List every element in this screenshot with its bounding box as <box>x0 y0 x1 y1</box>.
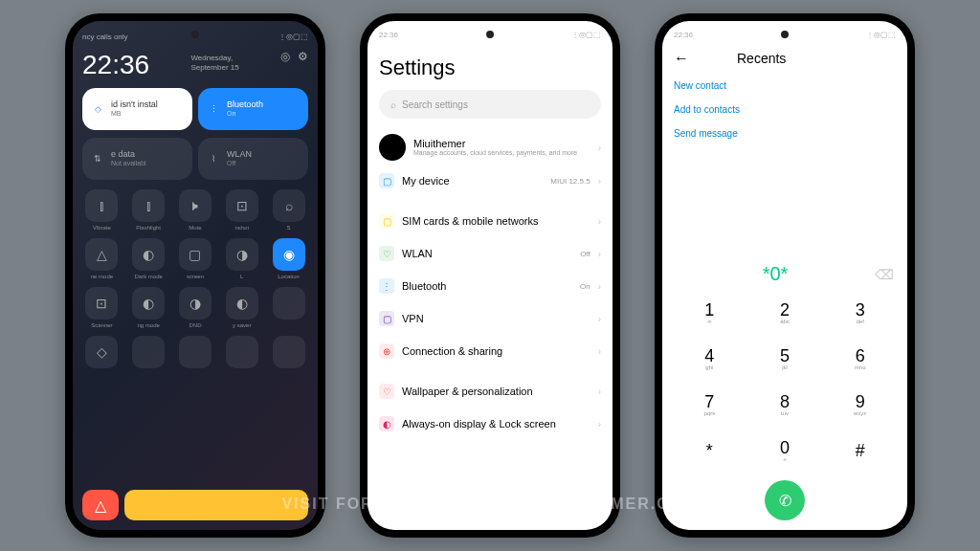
toggle-label: S <box>269 225 308 231</box>
setting-icon: ⋮ <box>379 278 394 294</box>
edit-icon[interactable]: ◎ <box>280 50 290 63</box>
setting-item[interactable]: ⊕Connection & sharing› <box>379 335 601 367</box>
toggle-17[interactable] <box>176 336 215 371</box>
wifi-icon: ⌇ <box>206 151 221 166</box>
toggle-label: Dark mode <box>129 274 168 279</box>
account-row[interactable]: Miuithemer Manage accounts, cloud servic… <box>379 130 601 165</box>
dialer-action[interactable]: Add to contacts <box>674 104 896 115</box>
toggle-14[interactable] <box>269 287 308 328</box>
toggle-screen[interactable]: ▢screen <box>176 238 215 279</box>
setting-label: Bluetooth <box>402 280 572 292</box>
toggle-label: Scanner <box>82 322 122 328</box>
status-bar: 22:36 ⋮◎▢⬚ <box>674 27 896 42</box>
search-input[interactable]: ⌕ Search settings <box>379 90 601 119</box>
toggle-icon: ◉ <box>273 238 305 271</box>
account-sub: Manage accounts, cloud services, payment… <box>413 149 590 157</box>
power-button[interactable]: △ <box>82 490 119 520</box>
status-icons: ⋮◎▢⬚ <box>278 33 308 41</box>
toggle-Location[interactable]: ◉Location <box>269 238 308 279</box>
chevron-right-icon: › <box>598 216 601 227</box>
toggle-label: Location <box>269 274 308 279</box>
key-6[interactable]: 6mno <box>822 335 898 381</box>
setting-label: My device <box>402 175 543 187</box>
toggle-S[interactable]: ⌕S <box>269 189 308 231</box>
setting-item[interactable]: ▢SIM cards & mobile networks› <box>379 205 601 237</box>
toggle-label: DND <box>176 322 215 328</box>
settings-icon[interactable]: ⚙ <box>298 50 308 63</box>
tile-mobile-data[interactable]: ⇅ e dataNot availabl <box>82 138 192 180</box>
back-button[interactable]: ← <box>674 50 689 67</box>
status-bar: ncy calls only ⋮◎▢⬚ <box>82 29 308 44</box>
setting-item[interactable]: ♡Wallpaper & personalization› <box>379 375 601 408</box>
toggle-nshot[interactable]: ⊡nshot <box>222 189 261 231</box>
toggle-label: ne mode <box>82 274 122 279</box>
toggle-Scanner[interactable]: ⊡Scanner <box>82 287 122 328</box>
toggle-Vibrate[interactable]: ⫿Vibrate <box>82 189 122 231</box>
toggle-label: nshot <box>222 225 261 231</box>
toggle-y saver[interactable]: ◐y saver <box>222 287 261 328</box>
toggle-Dark mode[interactable]: ◐Dark mode <box>129 238 168 279</box>
toggle-15[interactable]: ◇ <box>82 336 122 371</box>
toggle-label: ng mode <box>129 322 168 328</box>
toggle-L[interactable]: ◑L <box>222 238 261 279</box>
setting-value: On <box>580 282 590 291</box>
chevron-right-icon: › <box>598 346 601 357</box>
toggle-label: L <box>222 274 261 279</box>
toggle-label: screen <box>176 274 215 279</box>
chevron-right-icon: › <box>598 249 601 259</box>
key-0[interactable]: 0+ <box>747 427 823 473</box>
key-8[interactable]: 8tuv <box>747 381 823 427</box>
key-2[interactable]: 2abc <box>747 289 823 335</box>
backspace-button[interactable]: ⌫ <box>875 267 894 282</box>
key-*[interactable]: * <box>672 427 747 473</box>
toggle-18[interactable] <box>222 336 261 371</box>
toggle-icon <box>226 336 258 368</box>
key-4[interactable]: 4ghi <box>672 335 747 381</box>
bluetooth-icon: ⋮ <box>206 101 221 117</box>
tile-bluetooth[interactable]: ⋮ BluetoothOn <box>198 88 308 130</box>
setting-icon: ⊕ <box>379 343 394 359</box>
key-1[interactable]: 1∞ <box>672 289 747 335</box>
key-3[interactable]: 3def <box>822 289 898 335</box>
chevron-right-icon: › <box>598 176 601 187</box>
toggle-ne mode[interactable]: △ne mode <box>82 238 122 279</box>
key-7[interactable]: 7pqrs <box>672 381 747 427</box>
chevron-right-icon: › <box>598 386 601 397</box>
key-5[interactable]: 5jkl <box>747 335 823 381</box>
setting-item[interactable]: ⋮BluetoothOn› <box>379 270 601 302</box>
toggle-16[interactable] <box>129 336 168 371</box>
setting-icon: ▢ <box>379 213 394 229</box>
toggle-icon: ⫿ <box>132 189 165 222</box>
setting-value: Off <box>580 250 590 258</box>
water-icon: ◇ <box>90 101 105 117</box>
setting-item[interactable]: ♡WLANOff› <box>379 237 601 270</box>
phone-settings: 22:36 ⋮◎▢⬚ Settings ⌕ Search settings Mi… <box>360 13 620 538</box>
setting-label: Connection & sharing <box>402 345 583 357</box>
key-9[interactable]: 9wxyz <box>822 381 898 427</box>
toggle-icon <box>179 336 212 368</box>
toggle-19[interactable] <box>269 336 308 371</box>
brightness-button[interactable] <box>124 490 308 520</box>
phone-dialer: 22:36 ⋮◎▢⬚ ← Recents New contactAdd to c… <box>655 13 915 538</box>
toggle-icon: ◑ <box>226 238 258 271</box>
setting-item[interactable]: ▢VPN› <box>379 302 601 335</box>
dialer-action[interactable]: Send message <box>674 128 896 139</box>
setting-item[interactable]: ▢My deviceMIUI 12.5.5› <box>379 165 601 197</box>
data-icon: ⇅ <box>90 151 105 166</box>
toggle-icon: ⊡ <box>226 189 258 222</box>
chevron-right-icon: › <box>598 314 601 324</box>
avatar <box>379 134 406 161</box>
toggle-Flashlight[interactable]: ⫿Flashlight <box>129 189 168 231</box>
key-#[interactable]: # <box>822 427 898 473</box>
dialed-number: *0* <box>676 263 875 285</box>
dialer-action[interactable]: New contact <box>674 80 896 91</box>
call-button[interactable]: ✆ <box>765 480 805 520</box>
setting-icon: ◐ <box>379 416 394 431</box>
toggle-DND[interactable]: ◑DND <box>176 287 215 328</box>
tile-wlan[interactable]: ⌇ WLANOff <box>198 138 308 180</box>
toggle-icon: ▢ <box>179 238 212 271</box>
setting-item[interactable]: ◐Always-on display & Lock screen› <box>379 408 601 440</box>
toggle-ng mode[interactable]: ◐ng mode <box>129 287 168 328</box>
toggle-Mute[interactable]: 🕨Mute <box>176 189 215 231</box>
tile-data-usage[interactable]: ◇ id isn't instalMB <box>82 88 192 130</box>
